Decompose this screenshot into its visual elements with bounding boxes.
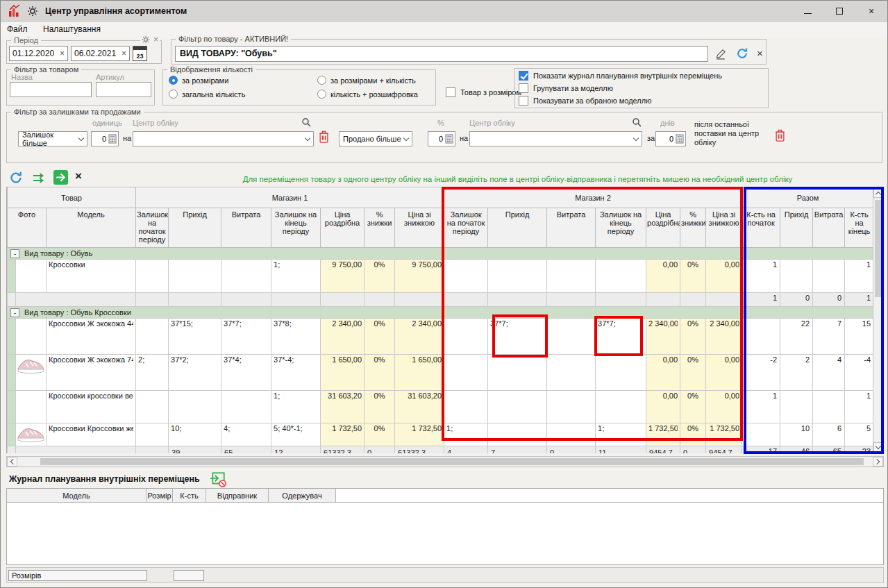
refresh-grid-icon[interactable] <box>9 171 23 185</box>
grid-cell[interactable]: 0,00 <box>646 355 680 391</box>
grid-cell[interactable]: 0% <box>365 423 395 446</box>
grid-cell[interactable] <box>136 391 169 423</box>
band-header-store1[interactable]: Магазин 1 <box>136 187 444 208</box>
scrollbar-thumb[interactable] <box>875 200 882 297</box>
grid-cell[interactable]: 31 603,20 <box>321 391 365 423</box>
checkbox-icon[interactable] <box>519 83 528 93</box>
grid-cell[interactable] <box>742 423 780 446</box>
grid-cell[interactable]: 9 750,00 <box>321 260 365 293</box>
col-header[interactable]: Залишок на початок періоду <box>136 208 169 248</box>
grid-cell[interactable] <box>221 391 271 423</box>
col-header[interactable]: Ціна зі знижкою <box>706 208 742 248</box>
col-header[interactable]: Ціна роздрібна <box>321 208 365 248</box>
grid-cell[interactable] <box>169 260 221 293</box>
grid-cell[interactable]: 1; <box>271 260 321 293</box>
grid-cell[interactable] <box>136 423 169 446</box>
settings-gear-icon[interactable] <box>27 6 38 17</box>
grid-cell[interactable]: 1 650,00 <box>321 355 365 391</box>
menu-file[interactable]: Файл <box>1 22 34 34</box>
radio-option[interactable]: кількість + розшифровка <box>317 90 418 99</box>
grid-cell[interactable]: 37*4; <box>221 355 271 391</box>
col-header[interactable]: Прихід <box>488 208 547 248</box>
model-cell[interactable]: Кроссовки Кроссовки женские Ор <box>47 423 136 446</box>
days-input[interactable]: 0 <box>655 131 686 146</box>
grid-cell[interactable]: 1 <box>845 391 873 423</box>
col-header-photo[interactable]: Фото <box>8 208 47 248</box>
stock-amount-input[interactable]: 0 <box>91 131 119 146</box>
grid-cell[interactable] <box>488 391 547 423</box>
clear-date-icon[interactable]: × <box>122 49 126 58</box>
grid-cell[interactable] <box>136 319 169 355</box>
grid-cell[interactable] <box>813 260 845 293</box>
transfer-button[interactable] <box>53 170 68 185</box>
grid-cell[interactable]: 0,00 <box>706 260 742 293</box>
refresh-icon[interactable] <box>736 47 748 60</box>
grid-cell[interactable]: 10 <box>780 423 813 446</box>
grid-cell[interactable]: 9 750,00 <box>395 260 444 293</box>
grid-cell[interactable]: 2 340,00 <box>706 319 742 355</box>
col-header[interactable]: Залишок на кінець періоду <box>271 208 321 248</box>
product-with-size-checkbox[interactable]: Товар з розміром <box>446 87 521 97</box>
clear-selection-icon[interactable]: × <box>75 169 82 183</box>
radio-icon[interactable] <box>169 90 178 99</box>
model-cell[interactable]: Кроссовки <box>47 260 136 293</box>
grid-cell[interactable]: 37*7; <box>596 319 646 355</box>
grid-cell[interactable] <box>596 260 646 293</box>
grid-cell[interactable] <box>444 391 488 423</box>
grid-cell[interactable] <box>596 355 646 391</box>
product-photo-cell[interactable] <box>16 391 47 423</box>
grid-cell[interactable]: 22 <box>780 319 813 355</box>
col-header[interactable]: К-сть на початок <box>742 208 780 248</box>
grid-cell[interactable] <box>169 391 221 423</box>
grid-cell[interactable]: 1 732,50 <box>321 423 365 446</box>
scroll-left-button[interactable] <box>7 457 17 467</box>
grid-cell[interactable] <box>596 391 646 423</box>
stock-center-combo[interactable] <box>133 131 314 146</box>
grid-cell[interactable] <box>547 355 596 391</box>
grid-cell[interactable]: 0,00 <box>706 391 742 423</box>
radio-option[interactable]: загальна кількість <box>169 90 317 99</box>
grid-cell[interactable]: 1 732,50 <box>395 423 444 446</box>
grid-cell[interactable] <box>813 391 845 423</box>
clear-filter-icon[interactable]: × <box>757 47 763 59</box>
col-header[interactable]: % знижки <box>365 208 395 248</box>
grid-cell[interactable]: 2 340,00 <box>395 319 444 355</box>
grid-cell[interactable] <box>221 260 271 293</box>
grid-cell[interactable]: 7 <box>813 319 845 355</box>
grid-cell[interactable] <box>488 260 547 293</box>
stock-operator-select[interactable]: Залишок більше <box>18 131 87 146</box>
grid-cell[interactable]: -4 <box>845 355 873 391</box>
collapse-icon[interactable]: - <box>10 249 19 258</box>
collapse-icon[interactable]: - <box>10 308 19 317</box>
product-photo-cell[interactable] <box>16 423 47 446</box>
grid-cell[interactable]: 0,00 <box>646 260 680 293</box>
grid-cell[interactable]: 2 <box>780 355 813 391</box>
product-photo-cell[interactable] <box>16 260 47 293</box>
col-header[interactable]: Витрата <box>547 208 596 248</box>
grid-cell[interactable]: 4 <box>813 355 845 391</box>
grid-cell[interactable]: 0,00 <box>646 391 680 423</box>
col-header[interactable]: Витрата <box>221 208 271 248</box>
grid-cell[interactable] <box>547 423 596 446</box>
col-header[interactable]: Ціна зі знижкою <box>395 208 444 248</box>
date-from-input[interactable]: 01.12.2020× <box>9 46 68 61</box>
grid-cell[interactable]: 1; <box>444 423 488 446</box>
grid-cell[interactable]: 0,00 <box>706 355 742 391</box>
grid-cell[interactable]: 1 <box>742 260 780 293</box>
grid-cell[interactable] <box>488 423 547 446</box>
grid-cell[interactable]: 1 732,50 <box>646 423 680 446</box>
grid-cell[interactable]: 37*15; <box>169 319 221 355</box>
maximize-button[interactable] <box>823 1 855 22</box>
journal-option-checkbox[interactable]: Показувати за обраною моделлю <box>519 96 722 106</box>
grid-cell[interactable]: 1 650,00 <box>395 355 444 391</box>
group-row[interactable]: -Вид товару : Обувь <box>8 248 873 260</box>
grid-cell[interactable] <box>444 260 488 293</box>
col-header-model[interactable]: Модель <box>47 208 136 248</box>
calculator-icon[interactable] <box>108 134 117 144</box>
band-header-store2[interactable]: Магазин 2 <box>444 187 742 208</box>
grid-cell[interactable] <box>780 260 813 293</box>
sold-amount-input[interactable]: 0 <box>428 131 455 146</box>
grid-cell[interactable]: 10; <box>169 423 221 446</box>
grid-cell[interactable] <box>780 391 813 423</box>
journal-col-header[interactable]: Одержувач <box>269 489 336 503</box>
